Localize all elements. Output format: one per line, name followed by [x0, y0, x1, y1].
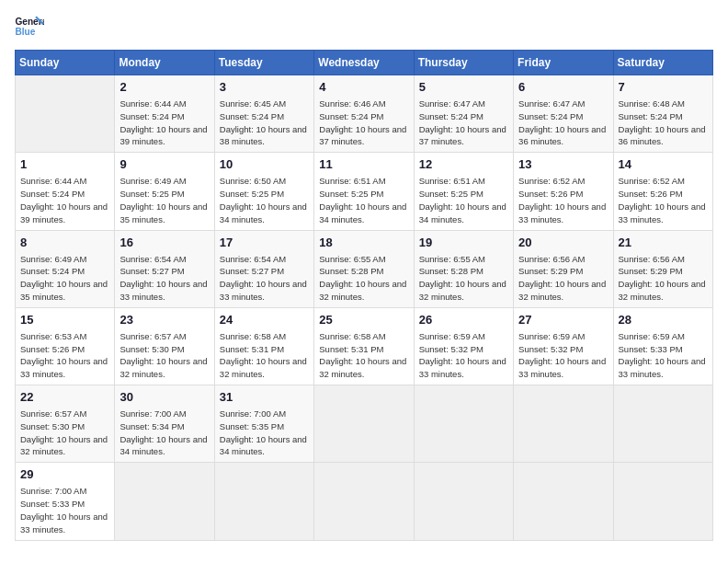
calendar-week-5: 22Sunrise: 6:57 AMSunset: 5:30 PMDayligh… [16, 385, 713, 463]
day-number: 10 [220, 156, 309, 173]
day-number: 23 [119, 312, 209, 328]
day-info: Sunrise: 6:59 AMSunset: 5:33 PMDaylight:… [619, 330, 708, 381]
calendar-cell: 8Sunrise: 6:49 AMSunset: 5:24 PMDaylight… [16, 230, 115, 307]
logo-icon: General Blue [15, 15, 44, 40]
day-number: 13 [518, 156, 608, 173]
day-number: 18 [319, 235, 408, 251]
calendar-cell: 31Sunrise: 7:00 AMSunset: 5:35 PMDayligh… [214, 385, 313, 463]
calendar-cell [613, 385, 712, 463]
day-info: Sunrise: 6:52 AMSunset: 5:26 PMDaylight:… [619, 175, 708, 225]
day-info: Sunrise: 6:51 AMSunset: 5:25 PMDaylight:… [319, 175, 408, 225]
day-number: 6 [518, 79, 608, 96]
svg-text:Blue: Blue [15, 27, 35, 37]
calendar-cell: 16Sunrise: 6:54 AMSunset: 5:27 PMDayligh… [115, 230, 214, 307]
calendar-cell: 20Sunrise: 6:56 AMSunset: 5:29 PMDayligh… [514, 230, 613, 307]
calendar-cell: 3Sunrise: 6:45 AMSunset: 5:24 PMDaylight… [214, 75, 313, 153]
calendar-cell: 12Sunrise: 6:51 AMSunset: 5:25 PMDayligh… [414, 153, 513, 230]
day-info: Sunrise: 6:51 AMSunset: 5:25 PMDaylight:… [419, 175, 508, 225]
calendar-cell [613, 463, 712, 540]
calendar-cell: 25Sunrise: 6:58 AMSunset: 5:31 PMDayligh… [314, 307, 414, 385]
logo: General Blue [15, 15, 44, 40]
day-info: Sunrise: 6:48 AMSunset: 5:24 PMDaylight:… [619, 98, 708, 148]
day-number: 5 [419, 79, 508, 96]
calendar-cell: 28Sunrise: 6:59 AMSunset: 5:33 PMDayligh… [613, 307, 712, 385]
day-number: 12 [419, 156, 508, 173]
calendar-cell: 1Sunrise: 6:44 AMSunset: 5:24 PMDaylight… [16, 153, 115, 230]
calendar-cell: 13Sunrise: 6:52 AMSunset: 5:26 PMDayligh… [514, 153, 613, 230]
day-number: 21 [619, 235, 708, 251]
day-info: Sunrise: 6:52 AMSunset: 5:26 PMDaylight:… [518, 175, 608, 225]
calendar-week-3: 8Sunrise: 6:49 AMSunset: 5:24 PMDaylight… [16, 230, 713, 307]
calendar-cell: 11Sunrise: 6:51 AMSunset: 5:25 PMDayligh… [314, 153, 414, 230]
day-info: Sunrise: 7:00 AMSunset: 5:33 PMDaylight:… [20, 485, 109, 535]
day-number: 28 [619, 312, 708, 328]
day-number: 2 [119, 79, 209, 96]
calendar-cell: 24Sunrise: 6:58 AMSunset: 5:31 PMDayligh… [214, 307, 313, 385]
day-number: 8 [20, 235, 109, 251]
calendar-header-tuesday: Tuesday [214, 51, 313, 75]
day-number: 14 [619, 156, 708, 173]
day-number: 29 [20, 466, 109, 483]
calendar-table: SundayMondayTuesdayWednesdayThursdayFrid… [15, 50, 713, 541]
calendar-cell: 6Sunrise: 6:47 AMSunset: 5:24 PMDaylight… [514, 75, 613, 153]
day-number: 19 [419, 235, 508, 251]
calendar-header-wednesday: Wednesday [314, 51, 414, 75]
calendar-cell: 27Sunrise: 6:59 AMSunset: 5:32 PMDayligh… [514, 307, 613, 385]
day-info: Sunrise: 6:59 AMSunset: 5:32 PMDaylight:… [419, 330, 508, 381]
calendar-week-4: 15Sunrise: 6:53 AMSunset: 5:26 PMDayligh… [16, 307, 713, 385]
calendar-cell: 14Sunrise: 6:52 AMSunset: 5:26 PMDayligh… [613, 153, 712, 230]
calendar-cell: 29Sunrise: 7:00 AMSunset: 5:33 PMDayligh… [16, 463, 115, 540]
day-info: Sunrise: 6:44 AMSunset: 5:24 PMDaylight:… [119, 98, 209, 148]
calendar-week-2: 1Sunrise: 6:44 AMSunset: 5:24 PMDaylight… [16, 153, 713, 230]
day-info: Sunrise: 7:00 AMSunset: 5:35 PMDaylight:… [220, 408, 309, 458]
calendar-cell [414, 385, 513, 463]
calendar-cell: 18Sunrise: 6:55 AMSunset: 5:28 PMDayligh… [314, 230, 414, 307]
day-info: Sunrise: 6:49 AMSunset: 5:25 PMDaylight:… [119, 175, 209, 225]
calendar-cell: 2Sunrise: 6:44 AMSunset: 5:24 PMDaylight… [115, 75, 214, 153]
calendar-cell: 30Sunrise: 7:00 AMSunset: 5:34 PMDayligh… [115, 385, 214, 463]
calendar-cell: 17Sunrise: 6:54 AMSunset: 5:27 PMDayligh… [214, 230, 313, 307]
calendar-cell [514, 385, 613, 463]
calendar-header-friday: Friday [514, 51, 613, 75]
day-number: 3 [220, 79, 309, 96]
day-number: 9 [119, 156, 209, 173]
day-info: Sunrise: 6:57 AMSunset: 5:30 PMDaylight:… [119, 330, 209, 381]
calendar-header-thursday: Thursday [414, 51, 513, 75]
calendar-header-sunday: Sunday [16, 51, 115, 75]
day-info: Sunrise: 6:49 AMSunset: 5:24 PMDaylight:… [20, 253, 109, 304]
day-number: 24 [220, 312, 309, 328]
day-info: Sunrise: 6:58 AMSunset: 5:31 PMDaylight:… [220, 330, 309, 381]
day-number: 1 [20, 156, 109, 173]
calendar-header-monday: Monday [115, 51, 214, 75]
day-number: 4 [319, 79, 408, 96]
day-info: Sunrise: 7:00 AMSunset: 5:34 PMDaylight:… [119, 408, 209, 458]
calendar-cell [314, 385, 414, 463]
calendar-cell [115, 463, 214, 540]
calendar-cell: 23Sunrise: 6:57 AMSunset: 5:30 PMDayligh… [115, 307, 214, 385]
calendar-week-1: 2Sunrise: 6:44 AMSunset: 5:24 PMDaylight… [16, 75, 713, 153]
calendar-cell [314, 463, 414, 540]
calendar-header-saturday: Saturday [613, 51, 712, 75]
day-info: Sunrise: 6:57 AMSunset: 5:30 PMDaylight:… [20, 408, 109, 458]
calendar-cell: 26Sunrise: 6:59 AMSunset: 5:32 PMDayligh… [414, 307, 513, 385]
day-number: 30 [119, 389, 209, 406]
day-number: 7 [619, 79, 708, 96]
day-number: 22 [20, 389, 109, 406]
day-info: Sunrise: 6:53 AMSunset: 5:26 PMDaylight:… [20, 330, 109, 381]
day-number: 15 [20, 312, 109, 328]
day-info: Sunrise: 6:58 AMSunset: 5:31 PMDaylight:… [319, 330, 408, 381]
header: General Blue [15, 15, 713, 40]
calendar-header-row: SundayMondayTuesdayWednesdayThursdayFrid… [16, 51, 713, 75]
day-info: Sunrise: 6:47 AMSunset: 5:24 PMDaylight:… [518, 98, 608, 148]
calendar-cell: 15Sunrise: 6:53 AMSunset: 5:26 PMDayligh… [16, 307, 115, 385]
day-info: Sunrise: 6:46 AMSunset: 5:24 PMDaylight:… [319, 98, 408, 148]
calendar-cell: 9Sunrise: 6:49 AMSunset: 5:25 PMDaylight… [115, 153, 214, 230]
day-info: Sunrise: 6:55 AMSunset: 5:28 PMDaylight:… [319, 253, 408, 304]
day-info: Sunrise: 6:55 AMSunset: 5:28 PMDaylight:… [419, 253, 508, 304]
day-info: Sunrise: 6:50 AMSunset: 5:25 PMDaylight:… [220, 175, 309, 225]
day-number: 11 [319, 156, 408, 173]
day-number: 27 [518, 312, 608, 328]
calendar-cell: 19Sunrise: 6:55 AMSunset: 5:28 PMDayligh… [414, 230, 513, 307]
day-number: 17 [220, 235, 309, 251]
day-info: Sunrise: 6:54 AMSunset: 5:27 PMDaylight:… [119, 253, 209, 304]
